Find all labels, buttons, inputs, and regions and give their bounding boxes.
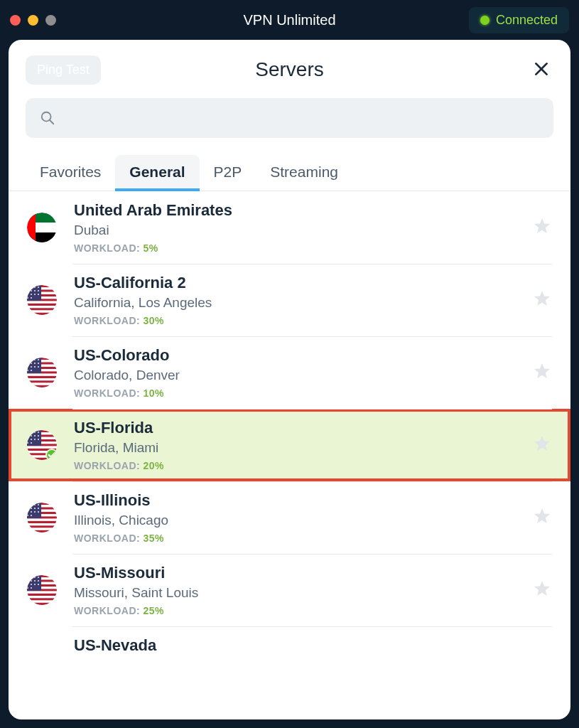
favorite-star-button[interactable]	[532, 506, 552, 529]
svg-point-56	[38, 359, 39, 360]
svg-point-95	[27, 439, 28, 440]
svg-rect-111	[27, 523, 57, 525]
server-row[interactable]: US-Colorado Colorado, Denver WORKLOAD: 1…	[9, 336, 570, 409]
server-row[interactable]: US-Florida Florida, Miami WORKLOAD: 20%	[9, 409, 570, 481]
svg-rect-113	[27, 528, 57, 530]
window-controls	[10, 15, 56, 26]
svg-point-130	[38, 511, 39, 513]
server-row[interactable]: US-Illinois Illinois, Chicago WORKLOAD: …	[9, 481, 570, 554]
favorite-star-button[interactable]	[532, 289, 552, 311]
svg-point-24	[38, 287, 39, 288]
svg-point-32	[31, 294, 32, 295]
svg-rect-39	[27, 360, 57, 362]
server-row[interactable]: United Arab Emirates Dubai WORKLOAD: 5%	[9, 191, 570, 264]
svg-point-28	[34, 290, 36, 291]
server-workload: WORKLOAD: 20%	[74, 460, 532, 471]
server-location: Colorado, Denver	[74, 368, 532, 383]
flag-icon	[27, 575, 57, 605]
svg-point-123	[31, 508, 32, 509]
svg-rect-102	[27, 503, 57, 505]
tabs: Favorites General P2P Streaming	[9, 138, 570, 191]
svg-rect-115	[27, 503, 41, 518]
svg-point-149	[27, 577, 28, 578]
svg-rect-82	[27, 458, 57, 460]
svg-point-161	[34, 584, 36, 585]
svg-point-101	[31, 442, 32, 444]
server-list[interactable]: United Arab Emirates Dubai WORKLOAD: 5% …	[9, 191, 570, 719]
svg-rect-50	[27, 385, 57, 387]
svg-point-96	[31, 439, 32, 440]
svg-point-125	[38, 508, 39, 509]
svg-point-31	[27, 294, 28, 295]
svg-point-69	[31, 370, 32, 371]
svg-point-22	[31, 287, 32, 288]
tab-streaming[interactable]: Streaming	[256, 155, 352, 191]
close-panel-button[interactable]	[529, 57, 553, 83]
svg-rect-7	[27, 287, 57, 289]
close-window-button[interactable]	[10, 15, 21, 26]
minimize-window-button[interactable]	[28, 15, 38, 26]
svg-point-164	[27, 587, 28, 589]
svg-point-162	[38, 584, 39, 585]
svg-point-54	[31, 359, 32, 360]
server-info: United Arab Emirates Dubai WORKLOAD: 5%	[74, 201, 532, 254]
svg-point-58	[27, 363, 28, 364]
svg-point-59	[31, 363, 32, 364]
server-workload: WORKLOAD: 25%	[74, 605, 532, 616]
favorite-star-button[interactable]	[532, 434, 552, 456]
server-name: US-Illinois	[74, 491, 532, 510]
svg-rect-16	[27, 308, 57, 310]
server-row[interactable]: US-Nevada	[9, 626, 570, 669]
svg-rect-49	[27, 383, 57, 385]
tab-favorites[interactable]: Favorites	[26, 155, 115, 191]
svg-point-165	[31, 587, 32, 589]
server-row[interactable]: US-California 2 California, Los Angeles …	[9, 264, 570, 336]
status-label: Connected	[496, 13, 558, 28]
server-name: US-Nevada	[74, 636, 156, 655]
tab-p2p[interactable]: P2P	[200, 155, 256, 191]
svg-rect-103	[27, 505, 57, 507]
svg-point-86	[31, 432, 32, 433]
server-info: US-Florida Florida, Miami WORKLOAD: 20%	[74, 419, 532, 471]
svg-rect-45	[27, 374, 57, 376]
svg-rect-38	[27, 358, 57, 360]
svg-point-26	[27, 290, 28, 291]
svg-rect-51	[27, 358, 41, 373]
svg-rect-147	[27, 575, 41, 591]
svg-rect-6	[27, 285, 57, 287]
server-name: US-California 2	[74, 274, 532, 292]
svg-point-117	[27, 504, 28, 505]
svg-point-97	[34, 439, 36, 440]
svg-point-61	[38, 363, 39, 364]
server-workload: WORKLOAD: 30%	[74, 315, 532, 326]
search-bar[interactable]	[26, 98, 553, 138]
favorite-star-button[interactable]	[532, 216, 552, 239]
svg-rect-47	[27, 378, 57, 380]
favorite-star-button[interactable]	[532, 361, 552, 384]
svg-point-155	[31, 580, 32, 582]
server-name: US-Colorado	[74, 346, 532, 365]
server-location: Dubai	[74, 223, 532, 238]
svg-rect-110	[27, 521, 57, 523]
search-icon	[40, 110, 55, 126]
favorite-star-button[interactable]	[532, 579, 552, 601]
ping-test-button[interactable]: Ping Test	[26, 55, 101, 85]
svg-rect-135	[27, 577, 57, 579]
server-location: Florida, Miami	[74, 440, 532, 456]
svg-rect-19	[27, 285, 41, 301]
maximize-window-button[interactable]	[45, 15, 56, 26]
server-row[interactable]: US-Missouri Missouri, Saint Louis WORKLO…	[9, 554, 570, 626]
svg-point-33	[34, 294, 36, 295]
svg-point-124	[34, 508, 36, 509]
svg-point-128	[31, 511, 32, 513]
svg-point-65	[34, 366, 36, 368]
tab-general[interactable]: General	[115, 155, 199, 191]
flag-icon	[27, 358, 57, 387]
search-input[interactable]	[64, 111, 539, 126]
server-location: Missouri, Saint Louis	[74, 585, 532, 601]
svg-point-92	[34, 435, 36, 437]
svg-point-159	[27, 584, 28, 585]
svg-rect-142	[27, 594, 57, 596]
svg-point-23	[34, 287, 36, 288]
svg-rect-114	[27, 530, 57, 532]
